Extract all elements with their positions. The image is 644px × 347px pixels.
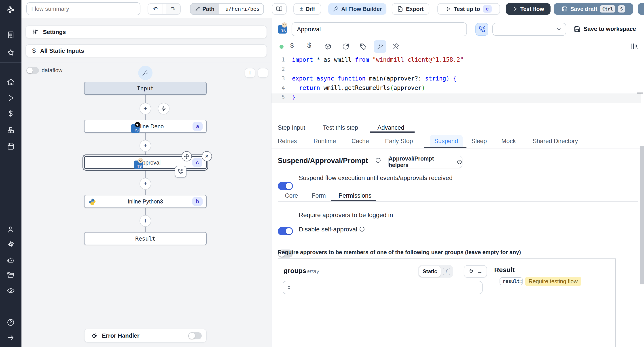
flow-summary-input[interactable]: Flow summary [26,2,140,15]
calendar-icon [7,142,15,150]
tag-icon[interactable] [360,43,367,50]
info-icon[interactable] [359,226,365,232]
suspend-execution-toggle[interactable] [278,182,293,190]
static-option[interactable]: Static [419,266,441,277]
dataflow-toggle[interactable] [26,67,39,74]
subtab-shared-directory[interactable]: Shared Directory [533,138,578,145]
sidebar-item-favorites[interactable] [7,49,15,57]
graph-divider [22,62,271,63]
subtab-runtime[interactable]: Runtime [314,138,336,145]
connect-input-button[interactable]: → [464,265,487,278]
add-step-button-2[interactable]: + [140,140,151,152]
sidebar-item-variables[interactable] [7,110,15,118]
subtab-early-stop[interactable]: Early Stop [385,138,413,145]
groups-array-input[interactable] [283,281,482,294]
sidebar-collapse[interactable] [7,334,15,342]
plus-icon: + [143,142,147,150]
code-editor[interactable]: 1 2 3 4 5 import * as wmill from "windmi… [272,54,644,120]
redo-button[interactable]: ↷ [166,4,180,14]
approval-prompt-helpers-button[interactable]: Approval/Prompt helpers [388,156,462,168]
error-handler-toggle[interactable] [188,332,202,340]
test-flow-button[interactable]: Test flow [506,3,550,15]
sidebar-item-users[interactable] [7,225,15,234]
variables-icon[interactable]: $ [290,42,294,49]
sidebar-item-help[interactable] [7,318,15,326]
subtab-retries[interactable]: Retries [278,138,297,145]
save-draft-button[interactable]: Save draft Ctrl S [554,3,633,15]
flow-node-python[interactable]: Inline Python3 b [84,195,206,208]
subtab-cache[interactable]: Cache [352,138,369,145]
add-step-button-3[interactable]: + [140,178,151,190]
tab-test-this-step[interactable]: Test this step [323,124,358,131]
add-trigger-button[interactable] [158,103,170,114]
play-icon [446,6,451,12]
home-icon [7,78,15,86]
reload-icon[interactable] [342,43,349,50]
delete-step-button[interactable]: × [202,151,212,162]
sidebar-item-schedules[interactable] [7,142,15,150]
bug-icon [91,332,98,339]
subtabs-divider [272,148,644,148]
package-icon[interactable] [324,43,332,50]
scrollbar-thumb[interactable] [640,146,644,284]
graph-ai-button[interactable] [138,66,152,80]
undo-button[interactable]: ↶ [148,4,163,14]
sidebar-item-workspace[interactable] [7,31,15,39]
add-step-button-4[interactable]: + [140,215,151,227]
pencil-icon [195,6,200,12]
sidebar-item-workers[interactable] [7,256,15,264]
wand-icon [377,43,384,50]
tab-core[interactable]: Core [285,192,298,199]
deploy-button-partial[interactable] [638,3,644,15]
sidebar-item-settings[interactable] [7,240,15,248]
save-to-workspace-button[interactable]: Save to workspace [574,26,636,32]
typescript-icon: TS [134,160,143,169]
disable-self-approval-label: Disable self-approval [299,226,357,233]
tab-form[interactable]: Form [312,192,326,199]
step-editor-panel: TS Approval Save to workspace $ $ [272,18,644,347]
zoom-out-button[interactable]: − [258,68,268,78]
suspend-step-toggle-button[interactable] [476,23,488,36]
info-icon[interactable] [375,158,381,163]
result-key-chip[interactable]: result [500,277,523,285]
diff-label: Diff [306,6,315,12]
sidebar-item-runs[interactable] [7,94,15,102]
flow-node-result[interactable]: Result [84,232,206,245]
ai-flow-builder-button[interactable]: AI Flow Builder [328,3,386,15]
windmill-logo[interactable] [0,0,22,20]
tab-advanced[interactable]: Advanced [378,124,404,131]
export-button[interactable]: Export [392,3,429,15]
docs-button[interactable] [272,3,287,15]
path-button[interactable]: Path u/henri/bes [190,3,264,15]
ai-disable-button[interactable] [392,43,399,50]
all-static-inputs-button[interactable]: $ All Static Inputs [26,44,267,57]
subtab-suspend[interactable]: Suspend [430,135,463,147]
static-javascript-segmented: Static ƒ [418,265,453,278]
step-name-input[interactable]: Approval [292,22,467,36]
diff-button[interactable]: ± Diff [294,3,321,15]
test-up-to-button[interactable]: Test up to c [438,3,500,15]
zoom-in-glyph: + [248,69,252,77]
resources-icon[interactable]: $ [307,41,311,50]
sidebar-item-audit[interactable] [7,287,15,295]
add-step-button-1[interactable]: + [140,103,151,114]
flow-node-deno[interactable]: TS Inline Deno a [84,120,206,133]
zoom-in-button[interactable]: + [245,68,255,78]
library-icon[interactable] [630,42,638,50]
move-step-button[interactable] [182,151,192,162]
error-handler-card[interactable]: Error Handler [84,329,206,342]
tag-select[interactable] [492,23,566,36]
subtab-mock[interactable]: Mock [501,138,516,145]
subtab-sleep[interactable]: Sleep [471,138,487,145]
tab-permissions[interactable]: Permissions [338,192,372,199]
ai-assistant-button[interactable] [374,40,386,53]
require-logged-in-toggle[interactable] [278,227,293,235]
javascript-option[interactable]: ƒ [441,268,452,275]
deno-icon [134,122,140,128]
sidebar-item-folders[interactable] [7,271,15,279]
sidebar-item-resources[interactable] [7,126,15,134]
flow-settings-button[interactable]: Settings [26,26,267,38]
sidebar-item-home[interactable] [7,78,15,86]
flow-node-input[interactable]: Input [84,82,206,95]
tab-step-input[interactable]: Step Input [278,124,305,131]
